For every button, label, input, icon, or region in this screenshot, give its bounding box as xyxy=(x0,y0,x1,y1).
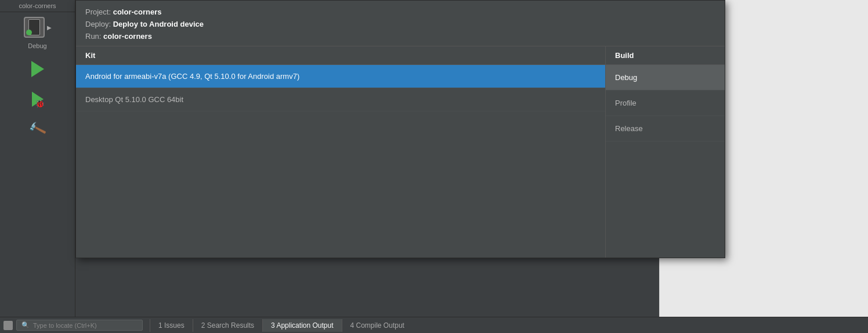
deploy-info-line: Deploy: Deploy to Android device xyxy=(85,19,715,31)
search-icon: 🔍 xyxy=(21,321,30,329)
tab-compile-output[interactable]: 4 Compile Output xyxy=(342,319,413,332)
build-column: Build Debug Profile Release xyxy=(606,46,725,258)
build-debug-label: Debug xyxy=(615,73,637,82)
kit-selector-dropdown: Project: color-corners Deploy: Deploy to… xyxy=(75,0,725,258)
bottom-bar: 🔍 Type to locate (Ctrl+K) 1 Issues 2 Sea… xyxy=(0,317,868,333)
kit-column-header: Kit xyxy=(76,46,605,65)
build-row-release[interactable]: Release xyxy=(606,116,725,142)
build-profile-label: Profile xyxy=(615,99,636,107)
project-info-line: Project: color-corners xyxy=(85,6,715,19)
debug-run-button[interactable]: 🐞 xyxy=(25,86,50,112)
build-empty-space xyxy=(606,142,725,258)
search-box[interactable]: 🔍 Type to locate (Ctrl+K) xyxy=(16,320,143,331)
device-icon xyxy=(24,17,45,38)
main-area: color-corners ▶ Debug 🐞 🔨 Proj xyxy=(0,0,868,317)
build-row-debug[interactable]: Debug xyxy=(606,65,725,91)
bottom-bar-left: 🔍 Type to locate (Ctrl+K) xyxy=(0,320,150,331)
device-selector-button[interactable]: ▶ xyxy=(0,12,75,42)
run-name: color-corners xyxy=(103,32,152,41)
content-area: Project: color-corners Deploy: Deploy to… xyxy=(75,0,659,317)
kit-desktop-label: Desktop Qt 5.10.0 GCC 64bit xyxy=(85,95,183,104)
tab-search-results[interactable]: 2 Search Results xyxy=(193,319,262,332)
debug-label: Debug xyxy=(28,42,46,49)
kit-row-android[interactable]: Android for armeabi-v7a (GCC 4.9, Qt 5.1… xyxy=(76,65,605,88)
play-triangle-icon xyxy=(31,61,44,77)
bug-icon: 🐞 xyxy=(35,99,45,108)
kit-column: Kit Android for armeabi-v7a (GCC 4.9, Qt… xyxy=(76,46,606,258)
project-prefix: Project: xyxy=(85,8,113,16)
build-release-label: Release xyxy=(615,124,643,133)
run-info-line: Run: color-corners xyxy=(85,31,715,43)
project-name: color-corners xyxy=(113,8,162,16)
build-button[interactable]: 🔨 xyxy=(25,117,50,142)
project-label: color-corners xyxy=(0,0,75,12)
arrow-right-icon: ▶ xyxy=(47,24,52,31)
build-row-profile[interactable]: Profile xyxy=(606,91,725,116)
bottom-tabs: 1 Issues 2 Search Results 3 Application … xyxy=(150,319,413,332)
kit-empty-space xyxy=(76,111,605,227)
deploy-name: Deploy to Android device xyxy=(113,20,204,28)
kit-row-desktop[interactable]: Desktop Qt 5.10.0 GCC 64bit xyxy=(76,88,605,111)
sidebar: color-corners ▶ Debug 🐞 🔨 xyxy=(0,0,75,317)
dropdown-header: Project: color-corners Deploy: Deploy to… xyxy=(76,1,725,46)
stop-button[interactable] xyxy=(3,321,13,330)
green-status-dot xyxy=(26,30,32,35)
run-button[interactable] xyxy=(25,56,50,82)
debug-run-icon: 🐞 xyxy=(32,92,44,107)
hammer-icon: 🔨 xyxy=(27,120,47,139)
deploy-prefix: Deploy: xyxy=(85,20,113,28)
build-column-header: Build xyxy=(606,46,725,65)
run-prefix: Run: xyxy=(85,32,103,41)
tab-application-output[interactable]: 3 Application Output xyxy=(262,319,341,332)
kit-android-label: Android for armeabi-v7a (GCC 4.9, Qt 5.1… xyxy=(85,72,299,81)
tab-issues[interactable]: 1 Issues xyxy=(150,319,193,332)
kit-build-table: Kit Android for armeabi-v7a (GCC 4.9, Qt… xyxy=(76,46,725,258)
search-placeholder: Type to locate (Ctrl+K) xyxy=(33,322,138,329)
